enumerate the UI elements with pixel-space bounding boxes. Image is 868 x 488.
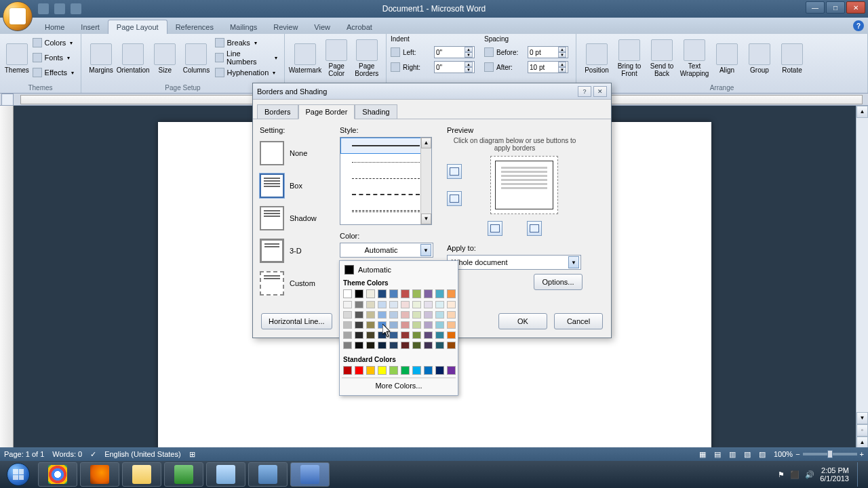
tab-acrobat[interactable]: Acrobat: [338, 20, 380, 34]
color-swatch[interactable]: [343, 289, 352, 298]
tab-mailings[interactable]: Mailings: [222, 20, 265, 34]
zoom-control[interactable]: 100% − +: [774, 450, 864, 458]
watermark-button[interactable]: Watermark: [289, 35, 321, 81]
dialog-close-button[interactable]: ✕: [593, 86, 607, 97]
page-borders-button[interactable]: Page Borders: [352, 35, 382, 81]
scroll-down-icon[interactable]: ▼: [421, 214, 431, 224]
line-numbers-button[interactable]: Line Numbers▾: [212, 50, 281, 65]
color-swatch[interactable]: [424, 301, 433, 308]
margins-button[interactable]: Margins: [85, 35, 117, 81]
color-swatch[interactable]: [355, 311, 363, 319]
tray-clock[interactable]: 2:05 PM6/1/2013: [820, 466, 849, 483]
color-swatch[interactable]: [355, 321, 363, 329]
color-swatch[interactable]: [447, 321, 456, 329]
view-web-icon[interactable]: ▥: [729, 450, 736, 459]
color-swatch[interactable]: [412, 331, 421, 339]
tab-references[interactable]: References: [167, 20, 222, 34]
color-swatch[interactable]: [435, 331, 444, 339]
zoom-in-icon[interactable]: +: [860, 450, 864, 458]
dialog-tab-page-border[interactable]: Page Border: [298, 104, 355, 119]
help-icon[interactable]: ?: [853, 20, 864, 31]
color-swatch[interactable]: [355, 331, 363, 339]
proofing-icon[interactable]: ✓: [90, 450, 96, 459]
close-button[interactable]: ✕: [846, 1, 865, 14]
color-swatch[interactable]: [366, 301, 375, 308]
save-icon[interactable]: [38, 3, 49, 14]
color-swatch[interactable]: [355, 366, 363, 375]
color-swatch[interactable]: [378, 289, 387, 298]
color-swatch[interactable]: [401, 331, 410, 339]
color-swatch[interactable]: [435, 342, 444, 349]
scroll-up-icon[interactable]: ▲: [421, 138, 431, 148]
align-button[interactable]: Align: [711, 35, 743, 81]
color-swatch[interactable]: [412, 321, 421, 329]
themes-button[interactable]: Themes: [4, 35, 30, 81]
status-language[interactable]: English (United States): [104, 450, 181, 458]
insert-mode-icon[interactable]: ⊞: [189, 450, 195, 459]
effects-button[interactable]: Effects▾: [30, 65, 77, 80]
office-button[interactable]: [3, 1, 33, 31]
preview-left-button[interactable]: [488, 221, 502, 236]
color-swatch[interactable]: [389, 366, 398, 375]
redo-icon[interactable]: [71, 3, 81, 14]
color-swatch[interactable]: [378, 366, 387, 375]
color-swatch[interactable]: [435, 366, 444, 375]
maximize-button[interactable]: □: [826, 1, 845, 14]
chevron-down-icon[interactable]: ▼: [568, 256, 579, 268]
color-swatch[interactable]: [378, 301, 387, 308]
color-swatch[interactable]: [412, 342, 421, 349]
color-swatch[interactable]: [366, 331, 375, 339]
color-swatch[interactable]: [447, 311, 456, 319]
color-swatch[interactable]: [366, 342, 375, 349]
color-swatch[interactable]: [424, 289, 433, 298]
color-swatch[interactable]: [366, 366, 375, 375]
setting-custom[interactable]: Custom: [260, 268, 334, 298]
color-swatch[interactable]: [447, 342, 456, 349]
taskbar-excel[interactable]: [164, 462, 203, 487]
color-swatch[interactable]: [424, 321, 433, 329]
start-button[interactable]: [0, 461, 37, 488]
color-swatch[interactable]: [355, 301, 363, 308]
chevron-down-icon[interactable]: ▼: [420, 244, 431, 256]
color-swatch[interactable]: [424, 366, 433, 375]
fonts-button[interactable]: Fonts▾: [30, 50, 77, 65]
spacing-after[interactable]: After:10 pt▲▼: [484, 60, 568, 75]
color-swatch[interactable]: [389, 342, 398, 349]
color-swatch[interactable]: [424, 331, 433, 339]
tab-home[interactable]: Home: [37, 20, 73, 34]
rotate-button[interactable]: Rotate: [776, 35, 808, 81]
zoom-out-icon[interactable]: −: [795, 450, 800, 458]
color-swatch[interactable]: [424, 311, 433, 319]
color-swatch[interactable]: [343, 311, 352, 319]
group-button[interactable]: Group: [743, 35, 776, 81]
color-swatch[interactable]: [343, 342, 352, 349]
color-swatch[interactable]: [343, 321, 352, 329]
cancel-button[interactable]: Cancel: [554, 313, 603, 329]
color-swatch[interactable]: [435, 321, 444, 329]
color-swatch[interactable]: [378, 311, 387, 319]
color-swatch[interactable]: [447, 331, 456, 339]
spacing-before[interactable]: Before:0 pt▲▼: [484, 45, 568, 60]
indent-left[interactable]: Left:0"▲▼: [391, 45, 475, 60]
color-swatch[interactable]: [366, 289, 375, 298]
indent-right[interactable]: Right:0"▲▼: [391, 60, 475, 75]
color-swatch[interactable]: [389, 311, 398, 319]
ok-button[interactable]: OK: [498, 313, 547, 329]
more-colors-button[interactable]: More Colors...: [342, 378, 456, 393]
text-wrap-button[interactable]: Text Wrapping: [678, 35, 711, 81]
page-color-button[interactable]: Page Color: [321, 35, 352, 81]
colors-button[interactable]: Colors▾: [30, 35, 77, 50]
status-words[interactable]: Words: 0: [52, 450, 82, 458]
send-back-button[interactable]: Send to Back: [646, 35, 678, 81]
color-swatch[interactable]: [447, 289, 456, 298]
taskbar-notepad[interactable]: [206, 462, 245, 487]
color-swatch[interactable]: [355, 342, 363, 349]
color-swatch[interactable]: [412, 301, 421, 308]
view-print-icon[interactable]: ▦: [699, 450, 706, 459]
vertical-scrollbar[interactable]: ▲▼◦▲▼: [856, 106, 868, 461]
color-swatch[interactable]: [412, 311, 421, 319]
setting-none[interactable]: None: [260, 138, 334, 168]
tab-page-layout[interactable]: Page Layout: [108, 20, 167, 34]
position-button[interactable]: Position: [580, 35, 613, 81]
preview-top-button[interactable]: [447, 164, 462, 179]
